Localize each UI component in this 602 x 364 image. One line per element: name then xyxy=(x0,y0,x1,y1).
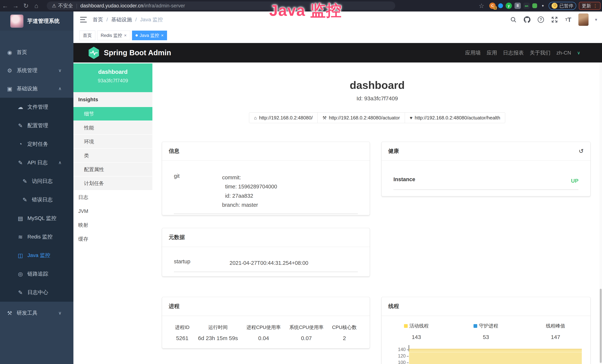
hamburger-icon[interactable] xyxy=(80,17,87,22)
sba-nav-journal[interactable]: 日志报表 xyxy=(503,49,524,56)
tab-redis-monitor[interactable]: Redis 监控× xyxy=(97,31,130,40)
sba-menu-jvm[interactable]: JVM xyxy=(74,204,152,218)
close-icon[interactable]: × xyxy=(124,33,127,38)
browser-forward-icon[interactable]: → xyxy=(10,2,21,10)
log-note-icon: ✎ xyxy=(21,197,29,203)
font-size-icon[interactable]: TT xyxy=(565,16,572,23)
sba-menu-mappings[interactable]: 映射 xyxy=(74,218,152,232)
sidebar-item-log-center[interactable]: ✎ 日志中心 xyxy=(0,283,74,302)
fullscreen-icon[interactable] xyxy=(551,16,558,23)
sba-menu-scheduled-tasks[interactable]: 计划任务 xyxy=(74,177,152,191)
sba-instance-panel[interactable]: dashboard 93a3fc7f7409 xyxy=(74,64,152,92)
extension-on-icon[interactable]: on xyxy=(523,3,530,9)
user-avatar[interactable] xyxy=(578,13,589,26)
profile-paused-badge[interactable]: 已暂停 xyxy=(548,2,576,10)
browser-reload-icon[interactable]: ↻ xyxy=(21,2,31,10)
cpu-cores: CPU核心数 2 xyxy=(332,324,357,341)
extension-grid-icon[interactable]: ⠿ xyxy=(515,3,521,9)
sba-brand[interactable]: Spring Boot Admin xyxy=(88,46,171,59)
extension-pin-icon[interactable] xyxy=(498,3,503,8)
clock-icon: ◔ xyxy=(16,141,24,147)
language-caret-icon[interactable]: ∨ xyxy=(577,50,580,55)
health-status-badge: UP xyxy=(415,176,579,185)
page-scrollbar[interactable] xyxy=(599,63,602,364)
tab-bar: 首页 Redis 监控× Java 监控× xyxy=(74,28,602,43)
thread-stats: 活动线程 143 守护进程 53 线程峰值 14 xyxy=(382,323,590,340)
tab-java-monitor[interactable]: Java 监控× xyxy=(132,31,167,40)
tab-home[interactable]: 首页 xyxy=(79,31,95,40)
log-note-icon: ✎ xyxy=(16,160,24,166)
search-icon[interactable] xyxy=(510,16,517,23)
extension-y-icon[interactable]: y xyxy=(505,3,512,9)
sidebar-item-scheduled-jobs[interactable]: ◔ 定时任务 xyxy=(0,135,74,153)
browser-back-icon[interactable]: ← xyxy=(0,2,10,10)
app-logo[interactable]: 芋道管理系统 xyxy=(0,11,74,31)
main-sidebar: 芋道管理系统 ◉ 首页 ⚙ 系统管理 ∨ ▣ 基础设施 ∧ ☁ 文件管理 xyxy=(0,11,74,364)
sba-nav-wallboard[interactable]: 应用墙 xyxy=(465,49,481,56)
sba-menu-logs[interactable]: 日志 xyxy=(74,191,152,204)
spring-boot-admin-frame: Spring Boot Admin 应用墙 应用 日志报表 关于我们 zh-CN… xyxy=(74,43,602,364)
help-icon[interactable]: ? xyxy=(537,16,545,23)
extension-colab-icon[interactable]: C1 xyxy=(489,3,495,9)
breadcrumb-infrastructure[interactable]: 基础设施 xyxy=(111,16,132,23)
sba-menu-config-props[interactable]: 配置属性 xyxy=(74,163,152,177)
health-history-icon[interactable]: ↺ xyxy=(579,148,584,155)
browser-home-icon[interactable]: ⌂ xyxy=(31,2,42,10)
metadata-startup-label: startup xyxy=(174,258,229,268)
sidebar-item-access-logs[interactable]: ✎ 访问日志 xyxy=(0,172,74,191)
edit-icon: ✎ xyxy=(16,122,24,129)
sidebar-item-redis-monitor[interactable]: ≋ Redis 监控 xyxy=(0,227,74,246)
chevron-down-icon: ∨ xyxy=(58,68,62,73)
extension-leaf-icon[interactable] xyxy=(532,3,537,8)
sidebar-item-dev-tools[interactable]: ⚒ 研发工具 ∨ xyxy=(0,304,74,322)
health-instance-row[interactable]: Instance UP xyxy=(393,176,579,190)
sidebar-item-api-logs[interactable]: ✎ API 日志 ∧ xyxy=(0,153,74,172)
service-url-button[interactable]: ⌂ http://192.168.0.2:48080/ xyxy=(249,112,318,123)
chrome-update-button[interactable]: 更新⋮ xyxy=(579,2,601,10)
url-path: /infra/admin-server xyxy=(143,3,185,9)
threads-chart-y-axis: 140 120 100 xyxy=(382,345,409,364)
sba-menu-metrics[interactable]: 性能 xyxy=(74,121,152,135)
wrench-icon: ⚒ xyxy=(322,115,326,120)
system-cpu: 系统CPU使用率 0.07 xyxy=(289,324,323,341)
sidebar-item-home[interactable]: ◉ 首页 xyxy=(0,43,74,61)
sidebar-item-java-monitor[interactable]: ◫ Java 监控 xyxy=(0,246,74,265)
avatar-caret-icon[interactable]: ▾ xyxy=(595,17,597,22)
sidebar-item-mysql-monitor[interactable]: ▤ MySQL 监控 xyxy=(0,209,74,227)
sidebar-item-config-management[interactable]: ✎ 配置管理 xyxy=(0,116,74,135)
sba-content: dashboard Id: 93a3fc7f7409 ⌂ http://192.… xyxy=(152,63,602,364)
sidebar-item-system-management[interactable]: ⚙ 系统管理 ∨ xyxy=(0,61,74,80)
sba-body: dashboard 93a3fc7f7409 Insights 细节 性能 环境… xyxy=(74,63,602,364)
sba-menu-details[interactable]: 细节 xyxy=(74,107,152,121)
github-icon[interactable] xyxy=(523,16,531,23)
sba-menu-caches[interactable]: 缓存 xyxy=(74,232,152,246)
sba-nav-language[interactable]: zh-CN xyxy=(556,50,571,56)
page-scrollbar-thumb[interactable] xyxy=(600,289,602,363)
process-stats: 进程ID 5261 运行时间 6d 23h 15m 59s 进程CPU使用率 0… xyxy=(162,316,370,341)
address-bar[interactable]: ⚠ 不安全 | dashboard.yudao.iocoder.cn /infr… xyxy=(47,1,395,10)
sba-nav-applications[interactable]: 应用 xyxy=(487,49,497,56)
monitor-icon: ▣ xyxy=(6,86,14,92)
extensions-puzzle-icon[interactable]: ✦ xyxy=(540,3,546,9)
health-url-button[interactable]: ♥ http://192.168.0.2:48080/actuator/heal… xyxy=(405,112,505,123)
sba-menu-environment[interactable]: 环境 xyxy=(74,135,152,149)
sba-nav-about[interactable]: 关于我们 xyxy=(530,49,550,56)
close-icon[interactable]: × xyxy=(161,33,163,38)
not-secure-warning-icon: ⚠ xyxy=(52,3,56,9)
sidebar-item-error-logs[interactable]: ✎ 错误日志 xyxy=(0,191,74,209)
actuator-url-button[interactable]: ⚒ http://192.168.0.2:48080/actuator xyxy=(317,112,405,123)
sidebar-item-tracing[interactable]: ◎ 链路追踪 xyxy=(0,265,74,283)
process-pid: 进程ID 5261 xyxy=(175,324,190,341)
sba-menu-classes[interactable]: 类 xyxy=(74,149,152,163)
live-threads-stat: 活动线程 143 xyxy=(382,323,451,340)
sidebar-item-infrastructure[interactable]: ▣ 基础设施 ∧ xyxy=(0,80,74,98)
sidebar-item-file-management[interactable]: ☁ 文件管理 xyxy=(0,98,74,116)
daemon-threads-stat: 守护进程 53 xyxy=(451,323,521,340)
metadata-startup-row: startup 2021-04-27T00:44:31.254+08:00 xyxy=(174,258,358,272)
metadata-card-title: 元数据 xyxy=(162,228,370,247)
sba-header: Spring Boot Admin 应用墙 应用 日志报表 关于我们 zh-CN… xyxy=(74,43,602,63)
info-git-label: git xyxy=(174,173,222,210)
breadcrumb-home[interactable]: 首页 xyxy=(93,16,103,23)
bookmark-star-icon[interactable]: ☆ xyxy=(476,2,487,10)
layers-icon: ≋ xyxy=(16,234,24,240)
